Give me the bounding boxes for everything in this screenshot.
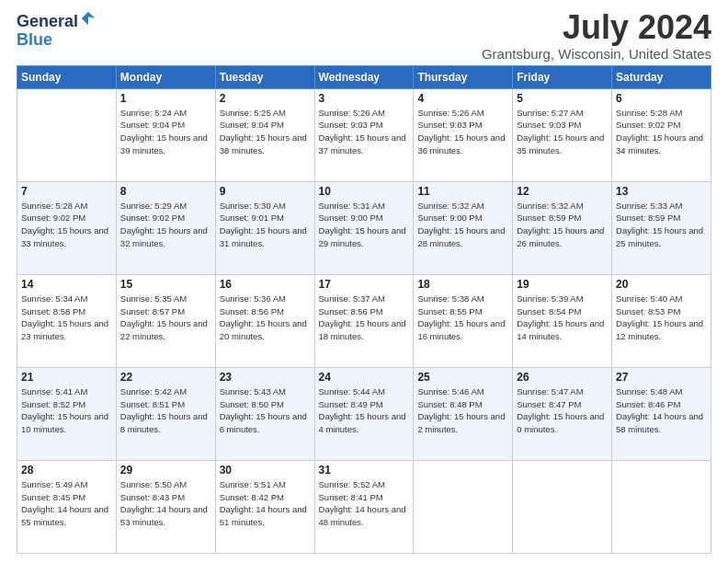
day-number: 31 — [319, 464, 410, 477]
table-row: 21 Sunrise: 5:41 AMSunset: 8:52 PMDaylig… — [17, 367, 117, 460]
table-row: 9 Sunrise: 5:30 AMSunset: 9:01 PMDayligh… — [215, 181, 314, 274]
table-row: 5 Sunrise: 5:27 AMSunset: 9:03 PMDayligh… — [513, 88, 612, 181]
table-row: 2 Sunrise: 5:25 AMSunset: 9:04 PMDayligh… — [215, 88, 314, 181]
header: General Blue July 2024 Grantsburg, Wisco… — [17, 9, 711, 62]
day-info: Sunrise: 5:38 AMSunset: 8:55 PMDaylight:… — [417, 293, 505, 341]
table-row: 7 Sunrise: 5:28 AMSunset: 9:02 PMDayligh… — [17, 181, 117, 274]
day-info: Sunrise: 5:33 AMSunset: 8:59 PMDaylight:… — [616, 201, 703, 248]
table-row: 27 Sunrise: 5:48 AMSunset: 8:46 PMDaylig… — [612, 367, 711, 460]
day-info: Sunrise: 5:26 AMSunset: 9:03 PMDaylight:… — [417, 108, 505, 155]
table-row: 23 Sunrise: 5:43 AMSunset: 8:50 PMDaylig… — [215, 367, 314, 460]
title-block: July 2024 Grantsburg, Wisconsin, United … — [482, 9, 711, 62]
day-info: Sunrise: 5:35 AMSunset: 8:57 PMDaylight:… — [120, 293, 208, 341]
day-number: 16 — [220, 278, 311, 291]
table-row: 19 Sunrise: 5:39 AMSunset: 8:54 PMDaylig… — [513, 274, 612, 367]
header-friday: Friday — [513, 65, 612, 88]
day-number: 8 — [120, 185, 211, 198]
table-row: 30 Sunrise: 5:51 AMSunset: 8:42 PMDaylig… — [215, 460, 314, 553]
day-number: 21 — [21, 371, 112, 384]
day-number: 18 — [417, 278, 508, 291]
table-row: 11 Sunrise: 5:32 AMSunset: 9:00 PMDaylig… — [414, 181, 513, 274]
calendar-week-row: 14 Sunrise: 5:34 AMSunset: 8:58 PMDaylig… — [17, 274, 711, 367]
day-info: Sunrise: 5:40 AMSunset: 8:53 PMDaylight:… — [616, 293, 703, 341]
day-info: Sunrise: 5:32 AMSunset: 8:59 PMDaylight:… — [517, 201, 604, 248]
day-info: Sunrise: 5:37 AMSunset: 8:56 PMDaylight:… — [319, 293, 406, 341]
table-row: 24 Sunrise: 5:44 AMSunset: 8:49 PMDaylig… — [314, 367, 414, 460]
day-info: Sunrise: 5:29 AMSunset: 9:02 PMDaylight:… — [120, 201, 208, 248]
day-info: Sunrise: 5:24 AMSunset: 9:04 PMDaylight:… — [120, 108, 208, 155]
day-info: Sunrise: 5:44 AMSunset: 8:49 PMDaylight:… — [319, 386, 406, 434]
day-info: Sunrise: 5:28 AMSunset: 9:02 PMDaylight:… — [21, 201, 108, 248]
day-number: 1 — [120, 92, 211, 105]
day-info: Sunrise: 5:25 AMSunset: 9:04 PMDaylight:… — [220, 108, 307, 155]
table-row: 3 Sunrise: 5:26 AMSunset: 9:03 PMDayligh… — [314, 88, 414, 181]
table-row: 16 Sunrise: 5:36 AMSunset: 8:56 PMDaylig… — [215, 274, 314, 367]
day-number: 13 — [616, 185, 707, 198]
table-row — [414, 460, 513, 553]
header-tuesday: Tuesday — [215, 65, 314, 88]
day-number: 23 — [220, 371, 311, 384]
table-row: 8 Sunrise: 5:29 AMSunset: 9:02 PMDayligh… — [116, 181, 215, 274]
header-monday: Monday — [116, 65, 215, 88]
day-number: 28 — [21, 464, 112, 477]
day-info: Sunrise: 5:51 AMSunset: 8:42 PMDaylight:… — [220, 479, 307, 527]
table-row: 20 Sunrise: 5:40 AMSunset: 8:53 PMDaylig… — [612, 274, 711, 367]
table-row: 12 Sunrise: 5:32 AMSunset: 8:59 PMDaylig… — [513, 181, 612, 274]
day-info: Sunrise: 5:52 AMSunset: 8:41 PMDaylight:… — [319, 479, 406, 527]
day-number: 7 — [21, 185, 112, 198]
table-row — [513, 460, 612, 553]
table-row: 1 Sunrise: 5:24 AMSunset: 9:04 PMDayligh… — [116, 88, 215, 181]
header-thursday: Thursday — [414, 65, 513, 88]
day-number: 17 — [319, 278, 410, 291]
day-number: 15 — [120, 278, 211, 291]
day-info: Sunrise: 5:34 AMSunset: 8:58 PMDaylight:… — [21, 293, 108, 341]
day-number: 29 — [120, 464, 211, 477]
day-info: Sunrise: 5:26 AMSunset: 9:03 PMDaylight:… — [319, 108, 406, 155]
table-row: 29 Sunrise: 5:50 AMSunset: 8:43 PMDaylig… — [116, 460, 215, 553]
day-info: Sunrise: 5:39 AMSunset: 8:54 PMDaylight:… — [517, 293, 604, 341]
day-number: 2 — [220, 92, 311, 105]
table-row: 18 Sunrise: 5:38 AMSunset: 8:55 PMDaylig… — [414, 274, 513, 367]
day-info: Sunrise: 5:42 AMSunset: 8:51 PMDaylight:… — [120, 386, 208, 434]
day-info: Sunrise: 5:46 AMSunset: 8:48 PMDaylight:… — [417, 386, 505, 434]
logo: General Blue — [17, 13, 97, 50]
table-row: 15 Sunrise: 5:35 AMSunset: 8:57 PMDaylig… — [116, 274, 215, 367]
table-row: 25 Sunrise: 5:46 AMSunset: 8:48 PMDaylig… — [414, 367, 513, 460]
day-number: 27 — [616, 371, 707, 384]
calendar-week-row: 1 Sunrise: 5:24 AMSunset: 9:04 PMDayligh… — [17, 88, 711, 181]
day-number: 12 — [517, 185, 608, 198]
day-number: 26 — [517, 371, 608, 384]
table-row — [17, 88, 117, 181]
calendar-header-row: Sunday Monday Tuesday Wednesday Thursday… — [17, 65, 711, 88]
day-number: 30 — [220, 464, 311, 477]
table-row: 4 Sunrise: 5:26 AMSunset: 9:03 PMDayligh… — [414, 88, 513, 181]
calendar-week-row: 28 Sunrise: 5:49 AMSunset: 8:45 PMDaylig… — [17, 460, 711, 553]
day-info: Sunrise: 5:43 AMSunset: 8:50 PMDaylight:… — [220, 386, 307, 434]
table-row: 22 Sunrise: 5:42 AMSunset: 8:51 PMDaylig… — [116, 367, 215, 460]
calendar-table: Sunday Monday Tuesday Wednesday Thursday… — [17, 65, 711, 554]
day-number: 11 — [417, 185, 508, 198]
day-info: Sunrise: 5:50 AMSunset: 8:43 PMDaylight:… — [120, 479, 208, 527]
header-wednesday: Wednesday — [314, 65, 414, 88]
day-number: 24 — [319, 371, 410, 384]
table-row — [612, 460, 711, 553]
calendar-week-row: 21 Sunrise: 5:41 AMSunset: 8:52 PMDaylig… — [17, 367, 711, 460]
header-saturday: Saturday — [612, 65, 711, 88]
table-row: 6 Sunrise: 5:28 AMSunset: 9:02 PMDayligh… — [612, 88, 711, 181]
table-row: 10 Sunrise: 5:31 AMSunset: 9:00 PMDaylig… — [314, 181, 414, 274]
day-number: 6 — [616, 92, 707, 105]
day-number: 4 — [417, 92, 508, 105]
table-row: 17 Sunrise: 5:37 AMSunset: 8:56 PMDaylig… — [314, 274, 414, 367]
day-info: Sunrise: 5:48 AMSunset: 8:46 PMDaylight:… — [616, 386, 703, 434]
day-info: Sunrise: 5:28 AMSunset: 9:02 PMDaylight:… — [616, 108, 703, 155]
location-subtitle: Grantsburg, Wisconsin, United States — [482, 46, 711, 62]
logo-text-blue: Blue — [17, 31, 52, 50]
day-number: 3 — [319, 92, 410, 105]
table-row: 28 Sunrise: 5:49 AMSunset: 8:45 PMDaylig… — [17, 460, 117, 553]
calendar-week-row: 7 Sunrise: 5:28 AMSunset: 9:02 PMDayligh… — [17, 181, 711, 274]
header-sunday: Sunday — [17, 65, 117, 88]
day-info: Sunrise: 5:49 AMSunset: 8:45 PMDaylight:… — [21, 479, 108, 527]
day-number: 19 — [517, 278, 608, 291]
day-info: Sunrise: 5:47 AMSunset: 8:47 PMDaylight:… — [517, 386, 604, 434]
page: General Blue July 2024 Grantsburg, Wisco… — [0, 0, 728, 563]
